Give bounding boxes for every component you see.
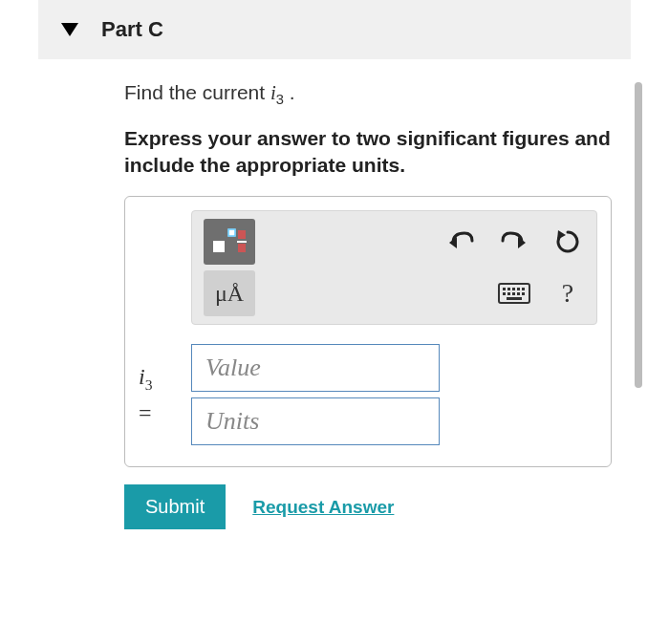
svg-marker-9 xyxy=(557,230,566,240)
keyboard-button[interactable] xyxy=(497,276,531,311)
svg-rect-6 xyxy=(237,241,247,243)
units-input[interactable] xyxy=(191,397,440,445)
content-area: Find the current i3 . Express your answe… xyxy=(124,78,612,529)
action-row: Submit Request Answer xyxy=(124,484,612,529)
collapse-icon xyxy=(61,23,78,36)
variable-label: i3 = xyxy=(139,364,191,425)
request-answer-link[interactable]: Request Answer xyxy=(252,497,394,518)
redo-button[interactable] xyxy=(497,225,531,259)
svg-rect-21 xyxy=(507,297,522,300)
part-title: Part C xyxy=(101,17,163,42)
undo-button[interactable] xyxy=(443,225,478,259)
submit-button[interactable]: Submit xyxy=(124,484,226,529)
special-units-button[interactable]: μÅ xyxy=(204,270,255,316)
value-input[interactable] xyxy=(191,344,440,392)
svg-rect-1 xyxy=(213,241,225,252)
svg-rect-12 xyxy=(507,288,510,290)
answer-box: μÅ ? i3 = xyxy=(124,196,612,467)
scrollbar-thumb[interactable] xyxy=(635,82,642,388)
svg-rect-11 xyxy=(503,288,506,290)
svg-rect-5 xyxy=(238,244,246,252)
formatting-toolbar: μÅ ? xyxy=(191,210,597,325)
svg-rect-20 xyxy=(522,292,525,295)
svg-rect-16 xyxy=(503,292,506,295)
svg-rect-19 xyxy=(517,292,520,295)
svg-rect-4 xyxy=(238,230,246,239)
svg-rect-15 xyxy=(522,288,525,290)
reset-button[interactable] xyxy=(550,225,585,259)
svg-rect-2 xyxy=(228,229,235,236)
help-button[interactable]: ? xyxy=(550,276,585,311)
svg-rect-17 xyxy=(507,292,510,295)
svg-rect-14 xyxy=(517,288,520,290)
svg-rect-18 xyxy=(512,292,515,295)
answer-input-row: i3 = xyxy=(139,344,597,445)
svg-marker-0 xyxy=(61,23,78,36)
instructions-text: Express your answer to two significant f… xyxy=(124,125,612,180)
part-header[interactable]: Part C xyxy=(38,0,631,59)
template-picker-button[interactable] xyxy=(204,219,255,265)
question-text: Find the current i3 . xyxy=(124,78,612,110)
svg-rect-13 xyxy=(512,288,515,290)
